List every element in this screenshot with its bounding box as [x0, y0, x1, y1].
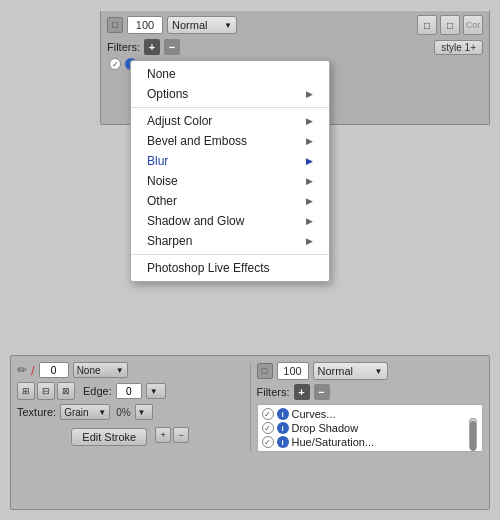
- style-badge[interactable]: style 1+: [434, 40, 483, 55]
- menu-item-blur[interactable]: Blur ▶: [131, 151, 329, 171]
- stroke-none-dropdown[interactable]: None ▼: [73, 362, 128, 378]
- texture-percent: 0%: [116, 407, 130, 418]
- filters-label: Filters:: [107, 41, 140, 53]
- curves-check[interactable]: ✓: [262, 408, 274, 420]
- menu-item-none[interactable]: None: [131, 64, 329, 84]
- hue-label: Hue/Saturation...: [292, 436, 375, 448]
- menu-item-shadow-glow[interactable]: Shadow and Glow ▶: [131, 211, 329, 231]
- add-filter-button[interactable]: +: [144, 39, 160, 55]
- other-arrow: ▶: [306, 196, 313, 206]
- options-arrow: ▶: [306, 89, 313, 99]
- blend-mode-dropdown[interactable]: Normal ▼: [167, 16, 237, 34]
- align-right-icon[interactable]: ⊠: [57, 382, 75, 400]
- list-item: ✓ i Hue/Saturation...: [258, 435, 483, 449]
- opacity-input[interactable]: 100: [127, 16, 163, 34]
- filters-scrollbar-track[interactable]: [469, 418, 477, 450]
- stroke-value-input[interactable]: 0: [39, 362, 69, 378]
- opacity-icon: □: [107, 17, 123, 33]
- add-filter-button-2[interactable]: +: [294, 384, 310, 400]
- drop-shadow-check[interactable]: ✓: [262, 422, 274, 434]
- filters-list: ✓ i Curves... ✓ i Drop Shadow ✓ i Hue/Sa…: [257, 404, 484, 452]
- remove-filter-button[interactable]: −: [164, 39, 180, 55]
- right-sub-panel: □ 100 Normal ▼ Filters: + − ✓ i Curves..…: [250, 362, 484, 452]
- blur-arrow: ▶: [306, 156, 313, 166]
- edge-value-input[interactable]: 0: [116, 383, 142, 399]
- icon-btn-3[interactable]: Cor: [463, 15, 483, 35]
- menu-item-bevel-emboss[interactable]: Bevel and Emboss ▶: [131, 131, 329, 151]
- texture-dropdown[interactable]: Grain ▼: [60, 404, 110, 420]
- adjust-color-arrow: ▶: [306, 116, 313, 126]
- drop-shadow-label: Drop Shadow: [292, 422, 359, 434]
- menu-item-photoshop-live-effects[interactable]: Photoshop Live Effects: [131, 258, 329, 278]
- list-item: ✓ i Drop Shadow: [258, 421, 483, 435]
- edge-label: Edge:: [83, 385, 112, 397]
- curves-info[interactable]: i: [277, 408, 289, 420]
- dropdown-menu: None Options ▶ Adjust Color ▶ Bevel and …: [130, 60, 330, 282]
- align-left-icon[interactable]: ⊞: [17, 382, 35, 400]
- edge-arrow: ▼: [150, 387, 158, 396]
- menu-sep-2: [131, 254, 329, 255]
- edge-dropdown[interactable]: ▼: [146, 383, 166, 399]
- tex-pct-arrow: ▼: [138, 408, 146, 417]
- blend-mode-arrow: ▼: [224, 21, 232, 30]
- opacity-icon-2: □: [257, 363, 273, 379]
- hue-info[interactable]: i: [277, 436, 289, 448]
- filter-check[interactable]: ✓: [109, 58, 121, 70]
- menu-item-noise[interactable]: Noise ▶: [131, 171, 329, 191]
- stroke-remove-btn[interactable]: −: [173, 427, 189, 443]
- drop-shadow-info[interactable]: i: [277, 422, 289, 434]
- texture-label: Texture:: [17, 406, 56, 418]
- texture-arrow: ▼: [98, 408, 106, 417]
- sharpen-arrow: ▶: [306, 236, 313, 246]
- left-sub-panel: ✏ / 0 None ▼ ⊞ ⊟ ⊠ Edge: 0 ▼: [17, 362, 244, 452]
- stroke-add-btn[interactable]: +: [155, 427, 171, 443]
- shadow-glow-arrow: ▶: [306, 216, 313, 226]
- menu-item-adjust-color[interactable]: Adjust Color ▶: [131, 111, 329, 131]
- hue-check[interactable]: ✓: [262, 436, 274, 448]
- menu-sep-1: [131, 107, 329, 108]
- list-item: ✓ i Curves...: [258, 407, 483, 421]
- remove-filter-button-2[interactable]: −: [314, 384, 330, 400]
- menu-item-sharpen[interactable]: Sharpen ▶: [131, 231, 329, 251]
- blend-mode-2-arrow: ▼: [375, 367, 383, 376]
- menu-item-other[interactable]: Other ▶: [131, 191, 329, 211]
- slash-icon: /: [31, 363, 35, 378]
- opacity-input-2[interactable]: 100: [277, 362, 309, 380]
- stroke-none-arrow: ▼: [116, 366, 124, 375]
- bottom-panel: ✏ / 0 None ▼ ⊞ ⊟ ⊠ Edge: 0 ▼: [10, 355, 490, 510]
- pencil-icon: ✏: [17, 363, 27, 377]
- noise-arrow: ▶: [306, 176, 313, 186]
- filters-scrollbar-thumb[interactable]: [470, 421, 476, 451]
- curves-label: Curves...: [292, 408, 336, 420]
- filters-label-2: Filters:: [257, 386, 290, 398]
- menu-item-options[interactable]: Options ▶: [131, 84, 329, 104]
- icon-btn-2[interactable]: □: [440, 15, 460, 35]
- texture-percent-dropdown[interactable]: ▼: [135, 404, 153, 420]
- edit-stroke-button[interactable]: Edit Stroke: [71, 428, 147, 446]
- align-center-icon[interactable]: ⊟: [37, 382, 55, 400]
- icon-btn-1[interactable]: □: [417, 15, 437, 35]
- blend-mode-dropdown-2[interactable]: Normal ▼: [313, 362, 388, 380]
- bevel-emboss-arrow: ▶: [306, 136, 313, 146]
